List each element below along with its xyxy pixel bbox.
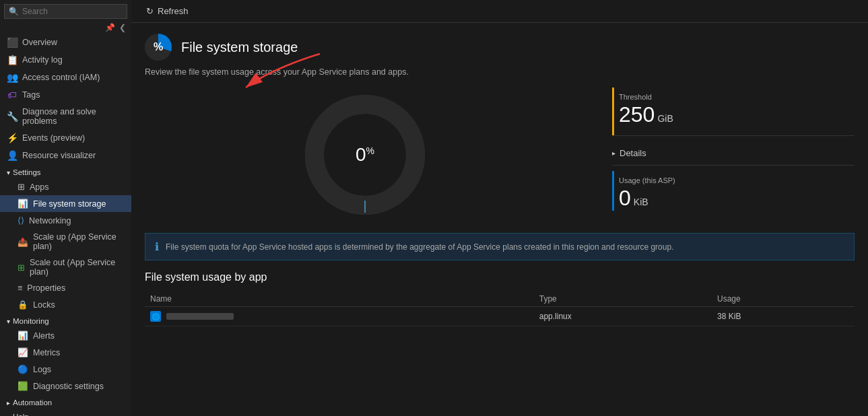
col-usage: Usage — [712, 291, 855, 307]
metrics-icon: 📈 — [18, 347, 28, 357]
refresh-icon: ↻ — [146, 6, 154, 16]
logs-icon: 🔵 — [18, 364, 28, 374]
sidebar-item-properties[interactable]: ≡ Properties — [0, 280, 131, 296]
locks-icon: 🔒 — [18, 300, 28, 310]
chevron-right-help: ▸ — [7, 413, 10, 417]
sidebar-item-label: Resource visualizer — [22, 151, 96, 160]
col-name: Name — [145, 291, 534, 307]
usage-cell: 38 KiB — [712, 307, 855, 326]
col-type: Type — [534, 291, 712, 307]
chevron-down-icon: ▾ — [7, 169, 10, 176]
table-title: File system usage by app — [145, 271, 855, 283]
sidebar-item-label: Access control (IAM) — [22, 73, 100, 82]
refresh-button[interactable]: ↻ Refresh — [142, 4, 193, 18]
iam-icon: 👥 — [7, 72, 18, 83]
table-section: File system usage by app Name Type Usage… — [131, 271, 868, 326]
stats-panel: Threshold 250 GiB ▸ Details Usage (this … — [585, 88, 855, 222]
sidebar-item-scale-out[interactable]: ⊞ Scale out (App Service plan) — [0, 254, 131, 280]
donut-label: 0% — [356, 144, 374, 166]
content-area: 0% Threshold 250 GiB ▸ De — [131, 88, 868, 222]
name-cell: 🌐 — [145, 307, 534, 326]
sidebar-item-events[interactable]: ⚡ Events (preview) — [0, 129, 131, 147]
alerts-icon: 📊 — [18, 331, 28, 341]
threshold-bar — [612, 88, 614, 135]
usage-block: Usage (this ASP) 0 KiB — [612, 171, 855, 211]
sidebar-item-label: Tags — [22, 90, 40, 100]
settings-section[interactable]: ▾ Settings — [0, 164, 131, 178]
sidebar-item-activity-log[interactable]: 📋 Activity log — [0, 51, 131, 69]
chevron-down-icon-monitoring: ▾ — [7, 318, 10, 325]
diagnose-icon: 🔧 — [7, 111, 18, 122]
scale-out-icon: ⊞ — [18, 263, 25, 273]
sidebar-item-resource-visualizer[interactable]: 👤 Resource visualizer — [0, 147, 131, 164]
details-row[interactable]: ▸ Details — [612, 141, 855, 166]
sidebar-item-file-system-storage[interactable]: 📊 File system storage — [0, 195, 131, 212]
sidebar-item-label: Activity log — [22, 55, 63, 65]
chart-area: 0% — [145, 88, 585, 222]
tags-icon: 🏷 — [7, 90, 18, 100]
sidebar-item-label: Overview — [22, 38, 57, 47]
sidebar-item-diagnose[interactable]: 🔧 Diagnose and solve problems — [0, 104, 131, 129]
file-storage-icon: 📊 — [18, 199, 28, 209]
info-banner: ℹ File system quota for App Service host… — [145, 233, 855, 261]
events-icon: ⚡ — [7, 133, 18, 143]
sidebar-item-locks[interactable]: 🔒 Locks — [0, 296, 131, 313]
usage-bar — [612, 171, 614, 211]
networking-icon: ⟨⟩ — [18, 215, 24, 226]
resource-icon: 👤 — [7, 150, 18, 161]
activity-log-icon: 📋 — [7, 55, 18, 65]
page-icon: % — [145, 34, 172, 61]
page-subtitle: Review the file system usage across your… — [131, 65, 868, 88]
sidebar-item-apps[interactable]: ⊞ Apps — [0, 178, 131, 195]
type-cell: app.linux — [534, 307, 712, 326]
collapse-icon[interactable]: ❮ — [119, 23, 126, 32]
sidebar-item-tags[interactable]: 🏷 Tags — [0, 86, 131, 104]
sidebar-item-diagnostic-settings[interactable]: 🟩 Diagnostic settings — [0, 378, 131, 394]
help-section[interactable]: ▸ Help — [0, 409, 131, 416]
automation-section[interactable]: ▸ Automation — [0, 394, 131, 409]
threshold-block: Threshold 250 GiB — [612, 88, 855, 136]
search-bar[interactable]: 🔍 — [4, 4, 127, 19]
usage-value: 0 KiB — [619, 186, 855, 211]
overview-icon: ⬛ — [7, 37, 18, 48]
usage-label: Usage (this ASP) — [619, 176, 855, 184]
threshold-value: 250 GiB — [619, 102, 855, 127]
scale-up-icon: 📤 — [18, 237, 28, 247]
chevron-right-automation: ▸ — [7, 399, 10, 407]
diagnostic-icon: 🟩 — [18, 381, 28, 391]
info-icon: ℹ — [155, 240, 159, 253]
threshold-label: Threshold — [619, 93, 855, 101]
table-row: 🌐 app.linux 38 KiB — [145, 307, 855, 326]
sidebar-item-overview[interactable]: ⬛ Overview — [0, 34, 131, 51]
chevron-right-details: ▸ — [612, 149, 615, 157]
search-icon: 🔍 — [9, 7, 19, 16]
sidebar: 🔍 📌 ❮ ⬛ Overview 📋 Activity log 👥 Access… — [0, 0, 131, 416]
page-header: % File system storage — [131, 23, 868, 65]
sidebar-item-scale-up[interactable]: 📤 Scale up (App Service plan) — [0, 229, 131, 254]
app-icon: 🌐 — [150, 311, 161, 322]
data-table: Name Type Usage 🌐 app.linux — [145, 291, 855, 326]
sidebar-item-logs[interactable]: 🔵 Logs — [0, 361, 131, 378]
toolbar: ↻ Refresh — [131, 0, 868, 23]
donut-chart: 0% — [298, 88, 432, 222]
apps-icon: ⊞ — [18, 182, 25, 192]
properties-icon: ≡ — [18, 283, 22, 293]
pin-icon[interactable]: 📌 — [105, 23, 115, 32]
sidebar-item-label: Events (preview) — [22, 133, 85, 143]
search-input[interactable] — [22, 7, 123, 16]
monitoring-section[interactable]: ▾ Monitoring — [0, 313, 131, 327]
sidebar-item-networking[interactable]: ⟨⟩ Networking — [0, 212, 131, 229]
main-content: ↻ Refresh % File system storage Review t… — [131, 0, 868, 416]
sidebar-item-alerts[interactable]: 📊 Alerts — [0, 327, 131, 344]
sidebar-item-access-control[interactable]: 👥 Access control (IAM) — [0, 69, 131, 86]
name-blurred — [166, 313, 234, 320]
sidebar-item-metrics[interactable]: 📈 Metrics — [0, 344, 131, 361]
page-title: File system storage — [181, 40, 298, 55]
sidebar-item-label: Diagnose and solve problems — [22, 107, 125, 126]
